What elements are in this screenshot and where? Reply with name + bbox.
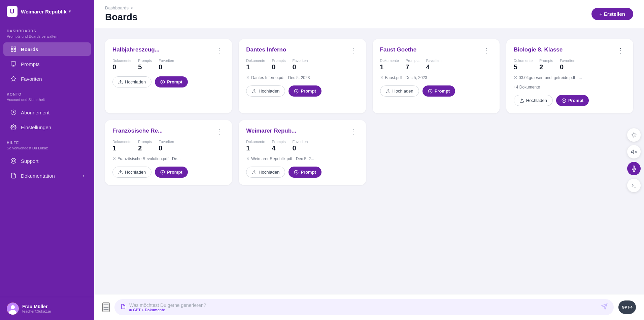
- bottom-chat-input[interactable]: [129, 303, 598, 308]
- card-menu-button[interactable]: ⋮: [348, 128, 359, 136]
- card-actions: Hochladen Prompt: [514, 95, 626, 106]
- mic-button[interactable]: [627, 162, 641, 175]
- sun-button[interactable]: [627, 128, 641, 142]
- card-title[interactable]: Halbjahreszeug...: [112, 46, 214, 53]
- card-stats: Dokumente 1 Prompts 4 Favoriten 0: [246, 140, 358, 152]
- upload-button[interactable]: Hochladen: [380, 85, 419, 97]
- prompts-icon: [10, 61, 17, 67]
- sidebar-item-prompts-label: Prompts: [21, 61, 40, 67]
- svg-point-11: [11, 305, 15, 309]
- file-x-icon: ✕: [112, 156, 116, 161]
- breadcrumb-separator: >: [131, 6, 133, 10]
- sidebar: U Weimarer Republik ▾ DASHBOARDS Prompts…: [0, 0, 94, 320]
- terminal-button[interactable]: [627, 179, 641, 192]
- card-file: ✕ Weimarer Republik.pdf - Dec 5, 2...: [246, 156, 358, 161]
- avatar: [7, 303, 19, 315]
- svg-marker-36: [632, 150, 634, 153]
- bottom-menu-button[interactable]: ☰: [102, 303, 110, 312]
- board-card-halbjahreszeug: Halbjahreszeug... ⋮ Dokumente 0 Prompts …: [105, 39, 232, 113]
- section-sub-konto: Account und Sicherheit: [0, 98, 94, 105]
- upload-button[interactable]: Hochladen: [112, 76, 151, 87]
- card-file: ✕ Französische Revolution.pdf - De...: [112, 156, 225, 161]
- file-x-icon: ✕: [514, 75, 517, 80]
- section-sub-dashboards: Prompts und Boards verwalten: [0, 34, 94, 42]
- right-float-controls: [627, 128, 641, 192]
- boards-icon: [10, 46, 17, 52]
- topbar: Dashboards > Boards + Erstellen: [94, 0, 644, 28]
- org-name: Weimarer Republik ▾: [21, 9, 71, 14]
- card-title[interactable]: Faust Goethe: [380, 46, 481, 53]
- card-file-more: +4 Dokumente: [514, 85, 626, 90]
- page-header: Dashboards > Boards: [105, 5, 137, 23]
- section-label-dashboards: DASHBOARDS: [0, 23, 94, 34]
- sidebar-item-dokumentation-label: Dokumentation: [21, 173, 55, 179]
- bottom-input-wrap: GPT + Dokumente: [114, 299, 614, 315]
- boards-grid-row2: Französische Re... ⋮ Dokumente 1 Prompts…: [105, 120, 633, 185]
- gpt4-badge-button[interactable]: GPT-4: [618, 300, 636, 314]
- breadcrumb: Dashboards >: [105, 5, 137, 10]
- sidebar-item-favoriten-label: Favoriten: [21, 76, 42, 82]
- card-menu-button[interactable]: ⋮: [348, 46, 359, 55]
- card-actions: Hochladen Prompt: [112, 167, 225, 178]
- upload-button[interactable]: Hochladen: [246, 167, 285, 178]
- section-label-konto: KONTO: [0, 86, 94, 98]
- send-button[interactable]: [601, 303, 608, 312]
- card-actions: Hochladen Prompt: [246, 85, 358, 97]
- prompt-button[interactable]: Prompt: [289, 85, 321, 97]
- upload-button[interactable]: Hochladen: [246, 85, 285, 97]
- svg-line-30: [632, 133, 632, 133]
- svg-rect-3: [14, 50, 16, 51]
- card-header: Weimarer Repub... ⋮: [246, 128, 358, 136]
- sidebar-footer: Frau Müller teacher@lukaz.ai: [0, 297, 94, 320]
- sidebar-item-support[interactable]: Support: [3, 154, 91, 168]
- prompt-button[interactable]: Prompt: [155, 76, 188, 87]
- sidebar-item-einstellungen[interactable]: Einstellungen: [3, 120, 91, 134]
- board-card-faust-goethe: Faust Goethe ⋮ Dokumente 1 Prompts 7 Fav…: [373, 39, 500, 113]
- card-title[interactable]: Dantes Inferno: [246, 46, 347, 53]
- card-actions: Hochladen Prompt: [246, 167, 358, 178]
- card-header: Biologie 8. Klasse ⋮: [514, 46, 626, 55]
- erstellen-button[interactable]: + Erstellen: [591, 8, 633, 20]
- card-header: Faust Goethe ⋮: [380, 46, 492, 55]
- footer-user-email: teacher@lukaz.ai: [22, 309, 51, 313]
- svg-rect-4: [11, 62, 16, 65]
- card-menu-button[interactable]: ⋮: [214, 128, 225, 136]
- board-card-dantes-inferno: Dantes Inferno ⋮ Dokumente 1 Prompts 0 F…: [239, 39, 366, 113]
- sidebar-item-favoriten[interactable]: Favoriten: [3, 72, 91, 85]
- card-menu-button[interactable]: ⋮: [615, 46, 626, 55]
- svg-marker-5: [11, 76, 16, 81]
- card-header: Dantes Inferno ⋮: [246, 46, 358, 55]
- card-stats: Dokumente 1 Prompts 2 Favoriten 0: [112, 140, 225, 152]
- card-stats: Dokumente 1 Prompts 0 Favoriten 0: [246, 59, 358, 71]
- card-menu-button[interactable]: ⋮: [214, 46, 225, 55]
- page-title: Boards: [105, 12, 137, 23]
- card-menu-button[interactable]: ⋮: [481, 46, 492, 55]
- prompt-button[interactable]: Prompt: [155, 167, 188, 178]
- card-actions: Hochladen Prompt: [112, 76, 225, 87]
- card-stats: Dokumente 5 Prompts 2 Favoriten 0: [514, 59, 626, 71]
- sidebar-header[interactable]: U Weimarer Republik ▾: [0, 0, 94, 23]
- sidebar-item-abonnement[interactable]: Abonnement: [3, 106, 91, 119]
- card-file: ✕ Dantes Inferno.pdf - Dec 5, 2023: [246, 75, 358, 80]
- card-header: Französische Re... ⋮: [112, 128, 225, 136]
- sidebar-item-prompts[interactable]: Prompts: [3, 57, 91, 71]
- badge-dot: [129, 309, 132, 311]
- footer-user-info: Frau Müller teacher@lukaz.ai: [22, 304, 51, 313]
- prompt-button[interactable]: Prompt: [556, 95, 589, 106]
- prompt-button[interactable]: Prompt: [289, 167, 321, 178]
- sidebar-item-einstellungen-label: Einstellungen: [21, 125, 51, 130]
- card-title[interactable]: Französische Re...: [112, 128, 214, 134]
- card-title[interactable]: Biologie 8. Klasse: [514, 46, 615, 53]
- upload-button[interactable]: Hochladen: [514, 95, 553, 106]
- upload-button[interactable]: Hochladen: [112, 167, 151, 178]
- sidebar-item-support-label: Support: [21, 158, 39, 164]
- chevron-right-icon: ›: [83, 173, 84, 178]
- mute-button[interactable]: [627, 145, 641, 158]
- file-x-icon: ✕: [246, 75, 250, 80]
- card-title[interactable]: Weimarer Repub...: [246, 128, 347, 134]
- dokumentation-icon: [10, 172, 17, 179]
- sidebar-item-boards[interactable]: Boards: [3, 42, 91, 56]
- sidebar-item-dokumentation[interactable]: Dokumentation ›: [3, 169, 91, 182]
- svg-line-34: [632, 136, 632, 137]
- prompt-button[interactable]: Prompt: [422, 85, 455, 97]
